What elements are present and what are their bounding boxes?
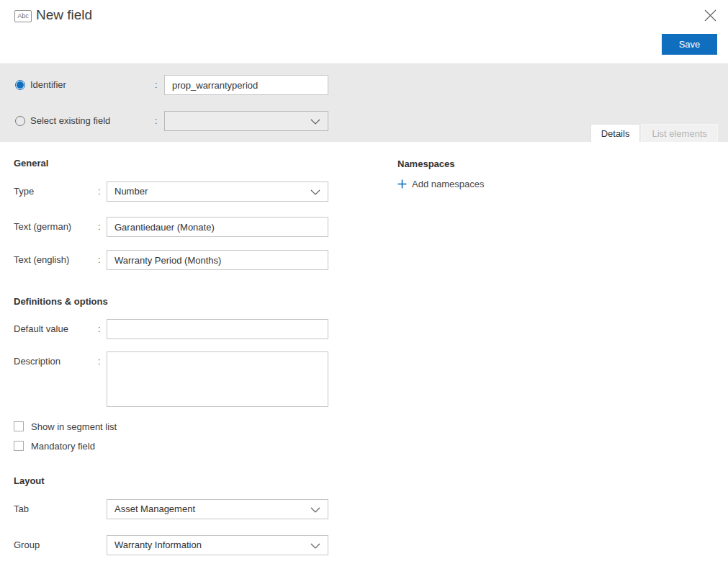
layout-tab-row: Tab Asset Management [14,499,328,519]
section-heading-general: General [14,158,48,169]
text-field-type-icon: Abc [14,10,32,22]
tab-list-elements[interactable]: List elements [641,124,718,142]
separator-colon: : [98,319,101,339]
separator-colon: : [98,217,101,237]
layout-tab-select[interactable]: Asset Management [107,499,328,519]
separator-colon: : [155,75,158,95]
identifier-row: Identifier : [0,75,728,95]
mandatory-field-checkbox[interactable] [14,441,24,451]
existing-field-label: Select existing field [30,111,110,131]
layout-group-label: Group [14,535,40,555]
tab-details[interactable]: Details [590,124,641,142]
default-value-input[interactable] [107,319,328,339]
detail-tabs: Details List elements [590,124,718,142]
layout-tab-select-value: Asset Management [114,503,195,514]
plus-icon [397,179,407,189]
description-label: Description [14,356,60,367]
chevron-down-icon [310,119,320,125]
type-label: Type [14,182,34,202]
new-field-dialog: Abc New field Save Identifier : Select e… [0,0,728,569]
mandatory-field-label: Mandatory field [31,441,95,452]
chevron-down-icon [310,189,320,195]
text-english-row: Text (english) : [14,250,328,270]
save-button[interactable]: Save [662,34,717,55]
section-heading-namespaces: Namespaces [397,158,455,169]
close-x-glyph [704,9,716,22]
default-value-label: Default value [14,319,68,339]
identifier-input[interactable] [164,75,328,95]
add-namespaces-button[interactable]: Add namespaces [397,179,484,189]
type-select-value: Number [114,186,148,197]
show-in-segment-list-label: Show in segment list [31,421,117,432]
type-row: Type : Number [14,182,328,202]
close-icon[interactable] [702,8,718,24]
layout-group-select-value: Warranty Information [114,539,202,550]
form-left-column: General Type : Number Text (german) : [14,142,328,569]
existing-field-radio[interactable] [15,116,25,126]
layout-group-select[interactable]: Warranty Information [107,535,328,555]
page-title: New field [36,7,92,23]
separator-colon: : [98,182,101,202]
add-namespaces-label: Add namespaces [412,179,484,189]
layout-tab-label: Tab [14,499,29,519]
layout-group-row: Group Warranty Information [14,535,328,555]
show-in-segment-list-checkbox[interactable] [14,421,24,431]
field-source-panel: Identifier : Select existing field : Det… [0,63,728,142]
chevron-down-icon [310,507,320,513]
namespaces-column: Namespaces Add namespaces [397,142,614,569]
identifier-label: Identifier [30,75,66,95]
description-textarea[interactable] [107,351,328,407]
dialog-header: Abc New field Save [0,0,728,63]
text-english-label: Text (english) [14,250,69,270]
form-body: General Type : Number Text (german) : [0,142,728,569]
default-value-row: Default value : [14,319,328,339]
text-english-input[interactable] [107,250,328,270]
separator-colon: : [98,250,101,270]
text-german-label: Text (german) [14,217,71,237]
text-german-input[interactable] [107,217,328,237]
separator-colon: : [155,111,158,131]
section-heading-definitions: Definitions & options [14,296,108,307]
identifier-radio[interactable] [15,80,25,90]
separator-colon: : [98,351,101,372]
existing-field-select[interactable] [164,111,328,131]
description-row: Description : [14,351,328,407]
section-heading-layout: Layout [14,475,45,486]
text-german-row: Text (german) : [14,217,328,237]
type-select[interactable]: Number [107,182,328,202]
chevron-down-icon [310,543,320,549]
